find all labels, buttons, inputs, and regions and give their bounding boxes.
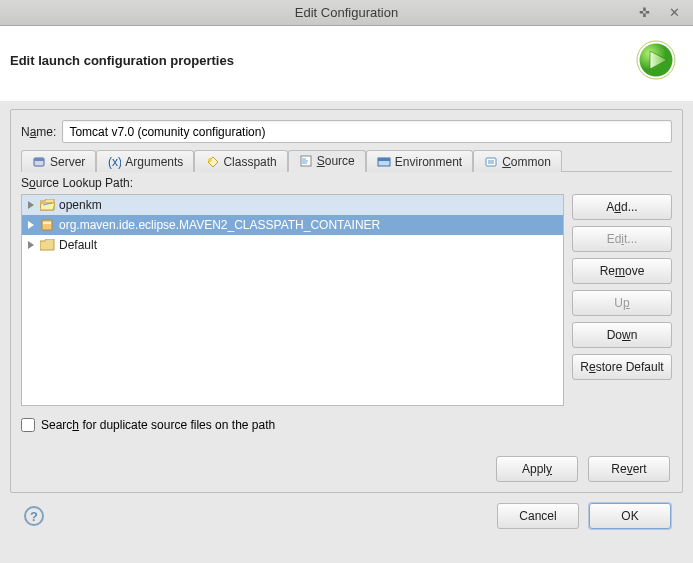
up-button: Up	[572, 290, 672, 316]
close-button[interactable]: ✕	[661, 4, 687, 22]
add-button[interactable]: Add...	[572, 194, 672, 220]
expander-icon	[28, 241, 34, 249]
cancel-button[interactable]: Cancel	[497, 503, 579, 529]
tab-server[interactable]: Server	[21, 150, 96, 172]
apply-button[interactable]: Apply	[496, 456, 578, 482]
tab-label: Common	[502, 155, 551, 169]
search-duplicates-checkbox[interactable]	[21, 418, 35, 432]
tab-label: Server	[50, 155, 85, 169]
name-label: Name:	[21, 125, 56, 139]
svg-rect-8	[378, 158, 390, 161]
tab-source[interactable]: Source	[288, 150, 366, 172]
banner: Edit launch configuration properties	[0, 26, 693, 101]
tree-item-label: openkm	[59, 198, 102, 212]
down-button[interactable]: Down	[572, 322, 672, 348]
source-tree[interactable]: openkm org.maven.ide.eclipse.MAVEN2_CLAS…	[21, 194, 564, 406]
svg-point-5	[208, 158, 212, 162]
svg-rect-3	[34, 158, 44, 161]
jar-icon	[40, 219, 55, 231]
tab-bar: Server (x)=Arguments Classpath Source En…	[21, 149, 672, 172]
tree-item-label: Default	[59, 238, 97, 252]
tab-label: Arguments	[125, 155, 183, 169]
remove-button[interactable]: Remove	[572, 258, 672, 284]
search-duplicates-label: Search for duplicate source files on the…	[41, 418, 275, 432]
expander-icon	[28, 221, 34, 229]
restore-default-button[interactable]: Restore Default	[572, 354, 672, 380]
expander-icon	[28, 201, 34, 209]
window-controls: ✜ ✕	[631, 4, 687, 22]
tab-label: Classpath	[223, 155, 276, 169]
page-title: Edit launch configuration properties	[10, 53, 234, 68]
svg-rect-12	[42, 220, 52, 230]
folder-icon	[40, 239, 55, 251]
run-icon	[635, 39, 677, 81]
ok-button[interactable]: OK	[589, 503, 671, 529]
tree-row[interactable]: org.maven.ide.eclipse.MAVEN2_CLASSPATH_C…	[22, 215, 563, 235]
revert-button[interactable]: Revert	[588, 456, 670, 482]
tree-row[interactable]: openkm	[22, 195, 563, 215]
source-lookup-label: Source Lookup Path:	[21, 176, 672, 190]
tab-label: Environment	[395, 155, 462, 169]
edit-button: Edit...	[572, 226, 672, 252]
tab-classpath[interactable]: Classpath	[194, 150, 287, 172]
tab-arguments[interactable]: (x)=Arguments	[96, 150, 194, 172]
tab-environment[interactable]: Environment	[366, 150, 473, 172]
folder-icon	[40, 199, 55, 211]
svg-text:(x)=: (x)=	[108, 155, 121, 169]
name-input[interactable]	[62, 120, 672, 143]
svg-rect-9	[486, 158, 496, 166]
window-title: Edit Configuration	[295, 5, 398, 20]
maximize-button[interactable]: ✜	[631, 4, 657, 22]
tree-row[interactable]: Default	[22, 235, 563, 255]
tree-item-label: org.maven.ide.eclipse.MAVEN2_CLASSPATH_C…	[59, 218, 380, 232]
titlebar: Edit Configuration ✜ ✕	[0, 0, 693, 26]
help-icon[interactable]: ?	[24, 506, 44, 526]
tab-label: Source	[317, 154, 355, 168]
svg-rect-13	[43, 222, 51, 224]
tab-common[interactable]: Common	[473, 150, 562, 172]
